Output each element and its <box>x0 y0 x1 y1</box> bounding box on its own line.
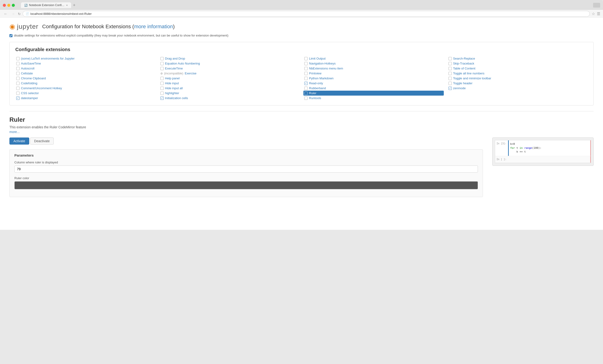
ext-rubberband[interactable]: Rubberband <box>303 86 444 91</box>
more-info-link[interactable]: more information <box>134 23 173 29</box>
jupyter-header: ◉ jupyter Configuration for Notebook Ext… <box>9 23 594 30</box>
color-param-group: Ruler color <box>14 176 478 189</box>
ext-checkbox <box>160 67 164 70</box>
ext-drag-drop[interactable]: Drag and Drop <box>160 56 300 61</box>
ext-checkbox <box>304 67 308 70</box>
nb-ruler-line-1 <box>590 140 591 156</box>
compat-checkbox[interactable] <box>9 34 12 37</box>
color-label: Ruler color <box>14 176 478 180</box>
column-input[interactable] <box>14 166 478 173</box>
ext-datestamper[interactable]: ✓ datestamper <box>15 96 156 101</box>
ext-checkbox <box>304 97 308 100</box>
address-icon: 📄 <box>26 12 29 15</box>
jupyter-logo-text: jupyter <box>17 23 38 30</box>
ext-hide-input-all[interactable]: Hide input all <box>160 86 300 91</box>
ext-autosavetime[interactable]: AutoSaveTime <box>15 61 156 66</box>
ext-checkbox-checked: ✓ <box>304 82 308 85</box>
extensions-grid: (some) LaTeX environments for Jupyter Au… <box>15 56 588 101</box>
ext-toggle-toolbar[interactable]: Toggle and minimize toolbar <box>448 76 588 81</box>
extensions-col-3: Limit Output Navigation-Hotkeys NbExtens… <box>303 56 444 101</box>
maximize-button[interactable] <box>12 4 15 7</box>
ext-comment-hotkey[interactable]: Comment/Uncomment Hotkey <box>15 86 156 91</box>
ext-checkbox <box>16 57 20 60</box>
ext-checkbox <box>304 72 308 75</box>
ext-skip-traceback[interactable]: Skip-Traceback <box>448 61 588 66</box>
active-tab[interactable]: 🔄 Notebook Extension Confi… ✕ <box>21 2 71 8</box>
section-divider <box>9 111 594 111</box>
ext-css-selector[interactable]: CSS selector <box>15 91 156 96</box>
ext-printview[interactable]: Printview <box>303 71 444 76</box>
compat-checkbox-row: disable settings for extensions without … <box>9 34 594 37</box>
ext-checkbox <box>160 82 164 85</box>
new-tab-button[interactable]: + <box>71 3 78 8</box>
activate-button[interactable]: Activate <box>9 137 29 145</box>
url-text: localhost:8888/nbextensions#nbext-ext-Ru… <box>30 12 92 16</box>
bookmark-button[interactable]: ☆ <box>592 11 595 16</box>
ruler-preview: In [3]: k=0 for t in range(100): k += t <box>492 137 594 166</box>
forward-button[interactable]: → <box>10 11 16 16</box>
ext-nbextensions-menu[interactable]: NbExtensions menu item <box>303 66 444 71</box>
ext-init-cells[interactable]: ✓ Initialization cells <box>160 96 300 101</box>
ruler-more-link[interactable]: more... <box>9 130 594 134</box>
ext-executetime[interactable]: ExecuteTime <box>160 66 300 71</box>
preview-box: In [3]: k=0 for t in range(100): k += t <box>492 137 594 166</box>
tab-icon: 🔄 <box>24 4 28 7</box>
ext-checkbox <box>449 82 452 85</box>
ext-python-markdown[interactable]: Python Markdown <box>303 76 444 81</box>
nb-cell-content-1: k=0 for t in range(100): k += t <box>508 140 591 156</box>
ext-latex-envs[interactable]: (some) LaTeX environments for Jupyter <box>15 56 156 61</box>
ext-hide-input[interactable]: Hide input <box>160 81 300 86</box>
menu-button[interactable]: ☰ <box>597 11 600 16</box>
ext-equation-autonumber[interactable]: Equation Auto Numbering <box>160 61 300 66</box>
ext-toggle-line-numbers[interactable]: Toggle all line numbers <box>448 71 588 76</box>
ext-checkbox-selected <box>304 91 308 95</box>
ext-autoscroll[interactable]: Autoscroll <box>15 66 156 71</box>
deactivate-button[interactable]: Deactivate <box>30 137 54 145</box>
extensions-col-2: Drag and Drop Equation Auto Numbering Ex… <box>160 56 300 101</box>
ext-limit-output[interactable]: Limit Output <box>303 56 444 61</box>
page-title: Configuration for Notebook Extensions (m… <box>42 23 175 30</box>
ext-codefolding[interactable]: Codefolding <box>15 81 156 86</box>
ext-ruler[interactable]: Ruler <box>303 91 444 96</box>
ext-checkbox <box>449 62 452 65</box>
ext-exercise-incompatible: ⊘ (incompatible) Exercise <box>160 71 300 76</box>
ext-zenmode[interactable]: ✓ zenmode <box>448 86 588 91</box>
browser-window: 🔄 Notebook Extension Confi… ✕ + ← → ↻ 📄 … <box>0 0 603 18</box>
minimize-button[interactable] <box>7 4 10 7</box>
address-bar[interactable]: 📄 localhost:8888/nbextensions#nbext-ext-… <box>23 11 590 17</box>
extensions-title: Configurable extensions <box>15 47 588 52</box>
ext-checkbox <box>160 91 164 95</box>
ext-help-panel[interactable]: Help panel <box>160 76 300 81</box>
ext-checkbox <box>16 67 20 70</box>
page-content: ◉ jupyter Configuration for Notebook Ext… <box>0 18 603 230</box>
refresh-button[interactable]: ↻ <box>18 12 21 16</box>
params-panel: Parameters Column where ruler is display… <box>9 149 483 197</box>
incompatible-icon: ⊘ <box>160 72 163 75</box>
column-label: Column where ruler is displayed <box>14 160 478 164</box>
ext-toggle-header[interactable]: Toggle header <box>448 81 588 86</box>
ext-checkbox <box>449 67 452 70</box>
ext-nav-hotkeys[interactable]: Navigation-Hotkeys <box>303 61 444 66</box>
back-button[interactable]: ← <box>3 11 9 16</box>
close-button[interactable] <box>3 4 6 7</box>
ext-checkbox <box>304 77 308 80</box>
ext-highlighter[interactable]: highlighter <box>160 91 300 96</box>
ext-checkbox-checked: ✓ <box>449 87 452 90</box>
color-picker[interactable] <box>14 181 478 189</box>
ext-checkbox <box>449 77 452 80</box>
preview-notebook: In [3]: k=0 for t in range(100): k += t <box>495 140 591 163</box>
ext-checkbox-checked: ✓ <box>16 97 20 100</box>
ext-toc[interactable]: Table of Content <box>448 66 588 71</box>
ext-cellstate[interactable]: Cellstate <box>15 71 156 76</box>
ext-chrome-clipboard[interactable]: Chrome Clipboard <box>15 76 156 81</box>
ext-runtools[interactable]: Runtools <box>303 96 444 101</box>
ext-checkbox <box>16 77 20 80</box>
jupyter-logo: ◉ jupyter <box>9 23 38 30</box>
ext-search-replace[interactable]: Search-Replace <box>448 56 588 61</box>
params-title: Parameters <box>14 153 478 157</box>
tab-close-button[interactable]: ✕ <box>66 4 68 7</box>
tab-bar: 🔄 Notebook Extension Confi… ✕ + <box>21 2 77 8</box>
compat-label: disable settings for extensions without … <box>14 34 229 37</box>
ext-readonly[interactable]: ✓ Read-only <box>303 81 444 86</box>
column-param-group: Column where ruler is displayed <box>14 160 478 173</box>
